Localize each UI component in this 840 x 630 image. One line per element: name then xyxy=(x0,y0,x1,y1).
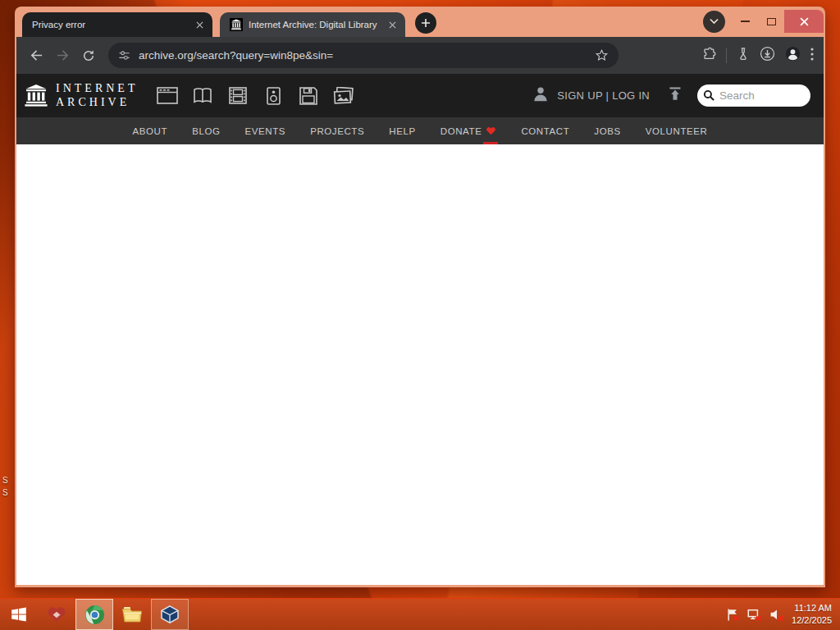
window-controls xyxy=(703,9,824,34)
internet-archive-logo[interactable] xyxy=(21,81,51,111)
network-disconnected-icon[interactable] xyxy=(747,607,762,622)
tab-search-button[interactable] xyxy=(703,11,725,33)
site-search xyxy=(697,84,810,107)
toolbar-actions xyxy=(701,46,817,65)
address-bar[interactable]: archive.org/search?query=win8pe&sin= xyxy=(108,43,619,68)
tab-close-icon[interactable] xyxy=(386,18,399,31)
tab-internet-archive[interactable]: Internet Archive: Digital Library xyxy=(220,12,405,37)
back-button[interactable] xyxy=(23,43,49,69)
page-content xyxy=(16,144,824,585)
search-icon xyxy=(703,89,715,102)
donate-underline xyxy=(483,142,498,144)
internet-archive-wordmark[interactable]: INTERNET ARCHIVE xyxy=(56,82,138,108)
virtualbox-icon[interactable] xyxy=(151,599,189,630)
site-nav: ABOUT BLOG EVENTS PROJECTS HELP DONATE C… xyxy=(16,117,824,144)
tray-date: 12/2/2025 xyxy=(792,614,832,627)
brand-line-2: ARCHIVE xyxy=(56,96,138,109)
heart-app-icon[interactable] xyxy=(38,599,75,630)
desktop-icon-label-fragment: S xyxy=(2,476,8,485)
forward-button[interactable] xyxy=(49,43,75,69)
images-icon[interactable] xyxy=(332,85,355,107)
software-icon[interactable] xyxy=(297,85,320,107)
browser-toolbar: archive.org/search?query=win8pe&sin= xyxy=(16,37,824,74)
browser-window: Privacy error Internet Archive: Digital … xyxy=(15,7,825,587)
tab-strip: Privacy error Internet Archive: Digital … xyxy=(16,7,824,37)
page-viewport: INTERNET ARCHIVE xyxy=(16,74,824,585)
chevron-down-icon xyxy=(710,18,719,25)
upload-icon[interactable] xyxy=(667,86,683,106)
audio-icon[interactable] xyxy=(262,85,285,107)
chrome-taskbar-icon[interactable] xyxy=(75,599,113,630)
nav-item-help[interactable]: HELP xyxy=(377,117,427,144)
reload-icon xyxy=(82,49,95,62)
downloads-icon[interactable] xyxy=(760,46,775,65)
internet-archive-favicon xyxy=(230,18,243,31)
desktop: S S Privacy error Internet Archive: Digi… xyxy=(0,0,840,630)
person-icon xyxy=(532,85,550,107)
windows-logo-icon xyxy=(10,605,28,623)
nav-item-jobs[interactable]: JOBS xyxy=(582,117,632,144)
close-icon xyxy=(800,17,809,26)
plus-icon xyxy=(421,18,431,28)
maximize-button[interactable] xyxy=(758,10,784,33)
nav-item-donate[interactable]: DONATE xyxy=(428,117,509,144)
nav-item-blog[interactable]: BLOG xyxy=(180,117,232,144)
toolbar-separator xyxy=(726,48,727,63)
media-type-icons xyxy=(156,85,355,107)
nav-item-about[interactable]: ABOUT xyxy=(121,117,180,144)
close-window-button[interactable] xyxy=(784,10,824,33)
brand-line-1: INTERNET xyxy=(56,82,138,95)
texts-icon[interactable] xyxy=(191,85,214,107)
back-icon xyxy=(30,48,43,62)
heart-icon xyxy=(486,126,496,135)
reload-button[interactable] xyxy=(75,43,102,69)
url-text[interactable]: archive.org/search?query=win8pe&sin= xyxy=(139,49,587,62)
menu-kebab-icon[interactable] xyxy=(810,48,814,64)
system-tray: 11:12 AM 12/2/2025 xyxy=(725,599,840,630)
labs-flask-icon[interactable] xyxy=(737,47,750,64)
action-center-flag-icon[interactable] xyxy=(725,607,740,622)
nav-item-events[interactable]: EVENTS xyxy=(233,117,299,144)
start-button[interactable] xyxy=(0,599,38,630)
web-icon[interactable] xyxy=(156,85,179,107)
extensions-icon[interactable] xyxy=(701,47,716,65)
desktop-icon-label-fragment: S xyxy=(2,488,8,497)
signup-login-link[interactable]: SIGN UP | LOG IN xyxy=(557,89,650,102)
header-account-area: SIGN UP | LOG IN xyxy=(532,84,819,107)
minimize-button[interactable] xyxy=(732,10,758,33)
tab-title: Privacy error xyxy=(32,20,187,30)
new-tab-button[interactable] xyxy=(415,12,436,34)
forward-icon xyxy=(56,48,70,62)
tray-time: 11:12 AM xyxy=(792,602,832,614)
tab-title: Internet Archive: Digital Library xyxy=(249,20,380,30)
volume-muted-icon[interactable] xyxy=(769,607,784,622)
video-icon[interactable] xyxy=(226,85,249,107)
taskbar: 11:12 AM 12/2/2025 xyxy=(0,598,840,630)
internet-archive-header: INTERNET ARCHIVE xyxy=(16,74,824,117)
tab-close-icon[interactable] xyxy=(193,18,206,31)
taskbar-clock[interactable]: 11:12 AM 12/2/2025 xyxy=(792,602,832,627)
tab-privacy-error[interactable]: Privacy error xyxy=(22,12,212,37)
nav-item-contact[interactable]: CONTACT xyxy=(509,117,582,144)
profile-avatar-icon[interactable] xyxy=(785,46,801,65)
nav-item-volunteer[interactable]: VOLUNTEER xyxy=(633,117,720,144)
bookmark-star-icon[interactable] xyxy=(595,48,609,62)
file-explorer-icon[interactable] xyxy=(113,599,151,630)
nav-item-projects[interactable]: PROJECTS xyxy=(298,117,377,144)
site-settings-icon[interactable] xyxy=(118,49,130,62)
